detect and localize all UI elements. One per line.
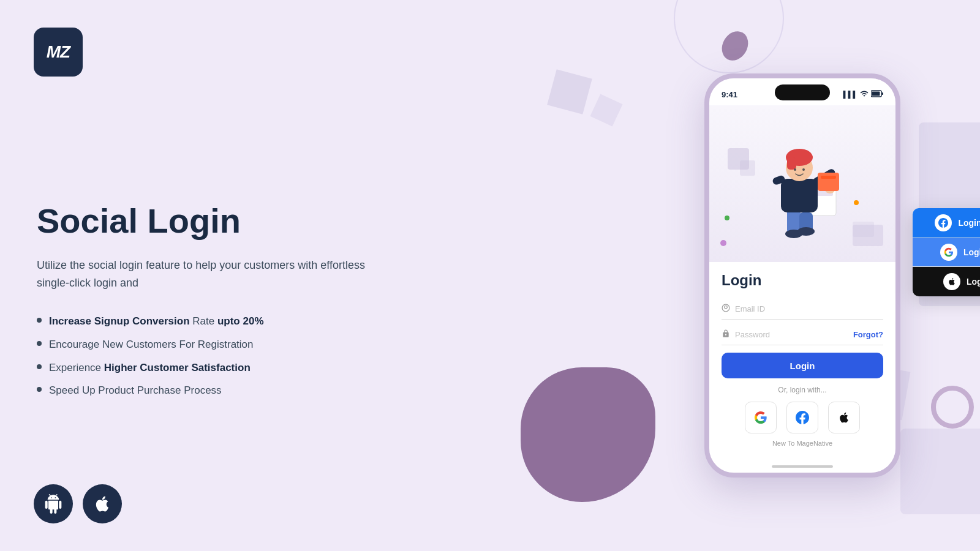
dot-orange xyxy=(854,200,859,205)
facebook-popup-icon xyxy=(935,214,952,231)
bullet-dot xyxy=(37,341,42,346)
list-item-bold-end: upto 20% xyxy=(217,315,264,327)
svg-point-8 xyxy=(797,227,815,236)
phone-mockup-container: 9:41 ▌▌▌ xyxy=(704,73,900,478)
bullet-dot xyxy=(37,364,42,369)
battery-icon xyxy=(871,90,883,99)
password-input-row[interactable]: Password Forgot? xyxy=(722,324,883,345)
list-item-bold: Increase Signup Conversion xyxy=(49,315,190,327)
email-input-row[interactable]: Email ID xyxy=(722,299,883,320)
google-login-label: Login with Google xyxy=(963,247,980,257)
or-divider: Or, login with... xyxy=(722,386,883,394)
bg-rect-bottom-right xyxy=(900,429,980,514)
signal-icon: ▌▌▌ xyxy=(843,91,858,98)
hero-description: Utilize the social login feature to help… xyxy=(37,257,392,292)
illus-rect-2 xyxy=(853,222,874,237)
list-item-normal: Rate xyxy=(192,315,217,327)
social-login-popup: Login with Facebook Login with Google Lo… xyxy=(913,208,980,296)
list-item: Encourage New Customers For Registration xyxy=(37,337,429,352)
dot-purple xyxy=(720,240,726,246)
svg-rect-18 xyxy=(818,173,839,191)
bg-square-decoration-1 xyxy=(547,69,592,114)
svg-point-17 xyxy=(802,168,805,171)
android-icon xyxy=(34,484,73,523)
password-icon xyxy=(722,329,730,340)
bg-ring-decoration xyxy=(931,386,974,429)
google-login-button[interactable]: Login with Google xyxy=(913,238,980,267)
apple-icon xyxy=(83,484,122,523)
phone-home-bar xyxy=(772,465,833,468)
list-item-bold: Higher Customer Satisfaction xyxy=(104,362,251,373)
list-item: Speed Up Product Purchase Process xyxy=(37,383,429,398)
svg-rect-9 xyxy=(781,179,818,212)
list-item-text: Experience Higher Customer Satisfaction xyxy=(49,361,251,375)
dynamic-island xyxy=(775,84,830,100)
facebook-login-label: Login with Facebook xyxy=(958,218,980,228)
bullet-dot xyxy=(37,387,42,392)
login-btn-label: Login xyxy=(790,361,815,371)
list-item-normal: Experience xyxy=(49,362,104,373)
google-popup-icon xyxy=(940,244,957,261)
google-social-btn[interactable] xyxy=(745,402,777,433)
dot-green xyxy=(725,216,729,220)
svg-rect-2 xyxy=(872,92,880,96)
status-icons: ▌▌▌ xyxy=(843,89,883,100)
left-panel: Social Login Utilize the social login fe… xyxy=(0,0,466,551)
bg-blob-purple xyxy=(521,367,655,502)
apple-login-label: Login with Apple xyxy=(967,277,980,287)
person-illustration xyxy=(753,124,851,246)
login-title: Login xyxy=(722,272,883,289)
list-item: Increase Signup Conversion Rate upto 20% xyxy=(37,314,429,329)
login-button[interactable]: Login xyxy=(722,353,883,378)
phone-mockup: 9:41 ▌▌▌ xyxy=(704,73,900,478)
bullet-dot xyxy=(37,318,42,323)
list-item-text: Encourage New Customers For Registration xyxy=(49,337,254,352)
page-title: Social Login xyxy=(37,202,429,240)
bg-square-decoration-2 xyxy=(590,94,622,126)
apple-popup-icon xyxy=(943,273,960,290)
facebook-login-button[interactable]: Login with Facebook xyxy=(913,208,980,238)
svg-rect-15 xyxy=(787,157,796,170)
new-to-text: New To MageNative xyxy=(722,440,883,447)
wifi-icon xyxy=(860,89,869,100)
social-login-row xyxy=(722,402,883,433)
phone-illustration-area xyxy=(709,105,895,264)
feature-list: Increase Signup Conversion Rate upto 20%… xyxy=(37,314,429,398)
list-item-text: Speed Up Product Purchase Process xyxy=(49,383,222,398)
illus-square-2 xyxy=(740,160,755,176)
svg-rect-19 xyxy=(821,176,836,179)
svg-point-16 xyxy=(794,168,796,171)
list-item-text: Increase Signup Conversion Rate upto 20% xyxy=(49,314,264,329)
apple-login-button[interactable]: Login with Apple xyxy=(913,267,980,296)
phone-login-form: Login Email ID Password Forgot? Login xyxy=(709,262,895,473)
email-placeholder: Email ID xyxy=(735,304,883,313)
list-item: Experience Higher Customer Satisfaction xyxy=(37,361,429,375)
platform-icons xyxy=(34,484,122,523)
email-icon xyxy=(722,304,730,314)
status-time: 9:41 xyxy=(722,90,737,99)
password-placeholder: Password xyxy=(735,330,848,339)
apple-social-btn[interactable] xyxy=(828,402,860,433)
facebook-social-btn[interactable] xyxy=(786,402,818,433)
svg-rect-1 xyxy=(882,92,884,95)
forgot-link[interactable]: Forgot? xyxy=(853,330,883,339)
